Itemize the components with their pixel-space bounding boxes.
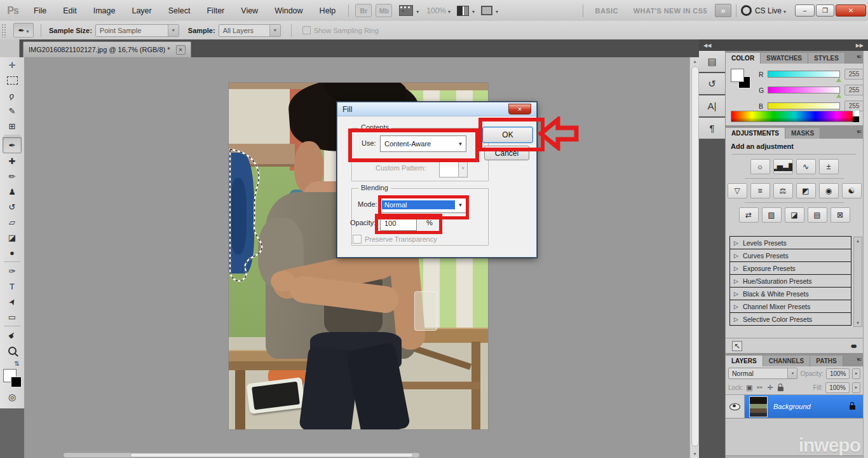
- layer-visibility-cell[interactable]: [726, 395, 745, 418]
- dropdown-caret-icon[interactable]: ▾: [269, 25, 280, 36]
- posterize-icon[interactable]: ▨: [762, 207, 782, 223]
- zoom-level-dropdown[interactable]: 100%: [426, 6, 446, 15]
- quick-selection-tool[interactable]: ✎: [0, 103, 24, 118]
- document-close-icon[interactable]: ✕: [176, 45, 186, 55]
- brush-tool[interactable]: ✏: [0, 169, 24, 184]
- slider-track[interactable]: [768, 71, 840, 78]
- preset-exposure-presets[interactable]: ▷Exposure Presets: [729, 261, 851, 275]
- sample-size-select[interactable]: Point Sample ▾: [95, 24, 179, 37]
- launch-bridge-button[interactable]: Br: [355, 4, 372, 17]
- preset-curves-presets[interactable]: ▷Curves Presets: [729, 249, 851, 262]
- scroll-up-icon[interactable]: ▴: [854, 238, 862, 244]
- ok-button[interactable]: OK: [482, 127, 533, 143]
- lasso-tool[interactable]: ϙ: [0, 88, 24, 103]
- launch-mini-bridge-button[interactable]: Mb: [376, 4, 392, 17]
- canvas-horizontal-scrollbar[interactable]: [64, 453, 419, 457]
- eraser-tool[interactable]: ▱: [0, 214, 24, 230]
- preserve-transparency-checkbox[interactable]: [353, 235, 362, 244]
- color-balance-icon[interactable]: ⚖: [773, 183, 793, 198]
- preset-hue-saturation-presets[interactable]: ▷Hue/Saturation Presets: [729, 274, 851, 288]
- path-selection-tool[interactable]: ➤: [0, 294, 24, 309]
- menu-view[interactable]: View: [233, 6, 266, 15]
- preset-levels-presets[interactable]: ▷Levels Presets: [729, 236, 851, 249]
- color-panel-swatches[interactable]: [731, 69, 754, 92]
- screen-mode-icon[interactable]: [481, 6, 492, 15]
- clone-stamp-tool[interactable]: ♟: [0, 184, 24, 199]
- tab-color[interactable]: COLOR: [726, 53, 761, 64]
- black-white-icon[interactable]: ◩: [796, 183, 816, 198]
- screen-mode-caret-icon[interactable]: [494, 6, 498, 15]
- collapse-panels-left-icon[interactable]: ◀◀: [703, 43, 711, 48]
- eyedropper-tool[interactable]: ✒: [3, 137, 22, 153]
- invert-icon[interactable]: ⇄: [739, 207, 759, 223]
- quick-mask-button[interactable]: ◎: [0, 390, 24, 404]
- hand-tool[interactable]: ☛: [0, 328, 24, 343]
- panel-menu-icon[interactable]: ▾≡: [857, 128, 860, 135]
- fill-stepper-icon[interactable]: ▸: [852, 382, 860, 393]
- history-panel-icon[interactable]: ↺: [699, 73, 725, 95]
- dodge-tool[interactable]: ●: [0, 245, 24, 260]
- expand-triangle-icon[interactable]: ▷: [734, 253, 738, 259]
- layer-row-background[interactable]: Background: [726, 395, 863, 419]
- menu-file[interactable]: File: [25, 6, 55, 15]
- canvas-vertical-scrollbar[interactable]: ▴ ▾: [689, 57, 700, 458]
- tab-styles[interactable]: STYLES: [808, 53, 845, 64]
- zoom-tool[interactable]: [0, 343, 24, 358]
- swap-colors-icon[interactable]: ⇅: [0, 358, 24, 368]
- curves-icon[interactable]: ∿: [796, 159, 816, 174]
- expand-triangle-icon[interactable]: ▷: [734, 240, 738, 246]
- background-color-swatch[interactable]: [11, 377, 22, 387]
- brightness-contrast-icon[interactable]: ☼: [750, 159, 770, 174]
- dropdown-caret-icon[interactable]: ▼: [455, 136, 466, 151]
- spot-healing-brush-tool[interactable]: ✚: [0, 153, 24, 169]
- slider-track[interactable]: [768, 102, 840, 109]
- menu-filter[interactable]: Filter: [198, 6, 233, 15]
- mini-bridge-icon[interactable]: ▤: [699, 51, 725, 73]
- dialog-close-icon[interactable]: ✕: [508, 104, 531, 114]
- gradient-tool[interactable]: ◪: [0, 230, 24, 245]
- close-button[interactable]: ✕: [836, 4, 866, 17]
- foreground-background-swatches[interactable]: [0, 368, 24, 390]
- photo-filter-icon[interactable]: ◉: [819, 183, 839, 198]
- workspace-whats-new-button[interactable]: WHAT'S NEW IN CS5: [634, 7, 707, 15]
- preset-channel-mixer-presets[interactable]: ▷Channel Mixer Presets: [729, 300, 851, 313]
- vibrance-icon[interactable]: ▽: [728, 183, 747, 198]
- zoom-caret-icon[interactable]: [446, 6, 451, 15]
- lock-position-icon[interactable]: ✛: [768, 384, 773, 392]
- tab-adjustments[interactable]: ADJUSTMENTS: [726, 128, 785, 139]
- options-grip[interactable]: [1, 24, 6, 38]
- expanded-view-icon[interactable]: ↖: [732, 341, 742, 351]
- opacity-input[interactable]: 100: [380, 216, 417, 231]
- foreground-color-swatch[interactable]: [731, 69, 744, 82]
- scroll-down-icon[interactable]: ▾: [854, 320, 862, 326]
- preset-black-white-presets[interactable]: ▷Black & White Presets: [729, 287, 851, 300]
- document-tab[interactable]: IMG20160821102127.jpg @ 16,7% (RGB/8) * …: [23, 41, 191, 57]
- menu-window[interactable]: Window: [266, 6, 311, 15]
- preset-selective-color-presets[interactable]: ▷Selective Color Presets: [729, 312, 851, 326]
- tab-swatches[interactable]: SWATCHES: [761, 53, 808, 64]
- toolbar-dock-grip[interactable]: [0, 39, 20, 57]
- arrange-caret-icon[interactable]: [470, 6, 475, 15]
- tab-masks[interactable]: MASKS: [785, 128, 820, 139]
- menu-edit[interactable]: Edit: [55, 6, 85, 15]
- fill-dialog-titlebar[interactable]: Fill ✕: [337, 102, 536, 116]
- channel-mixer-icon[interactable]: ☯: [842, 183, 862, 198]
- sample-select[interactable]: All Layers ▾: [219, 24, 281, 37]
- opacity-stepper-icon[interactable]: ▸: [852, 368, 860, 379]
- panel-menu-icon[interactable]: ▾≡: [857, 356, 860, 363]
- levels-icon[interactable]: ▂▅▃▇: [773, 159, 793, 174]
- pen-tool[interactable]: ✑: [0, 263, 24, 279]
- move-tool[interactable]: ✛: [0, 57, 24, 73]
- view-extras-dropdown[interactable]: [414, 6, 419, 15]
- scroll-up-icon[interactable]: ▴: [690, 59, 700, 64]
- dropdown-caret-icon[interactable]: ▼: [455, 197, 466, 212]
- blend-mode-select[interactable]: Normal ▾: [728, 368, 797, 379]
- paragraph-panel-icon[interactable]: ¶: [699, 118, 725, 140]
- dropdown-caret-icon[interactable]: ▾: [168, 25, 179, 36]
- show-sampling-ring-checkbox[interactable]: [302, 26, 311, 34]
- cancel-button[interactable]: Cancel: [484, 146, 529, 160]
- layer-fill-value[interactable]: 100%: [825, 382, 850, 393]
- crop-tool[interactable]: ⊞: [0, 118, 24, 134]
- lock-paint-icon[interactable]: ✏: [757, 384, 763, 392]
- workspace-expander-button[interactable]: »: [715, 4, 731, 17]
